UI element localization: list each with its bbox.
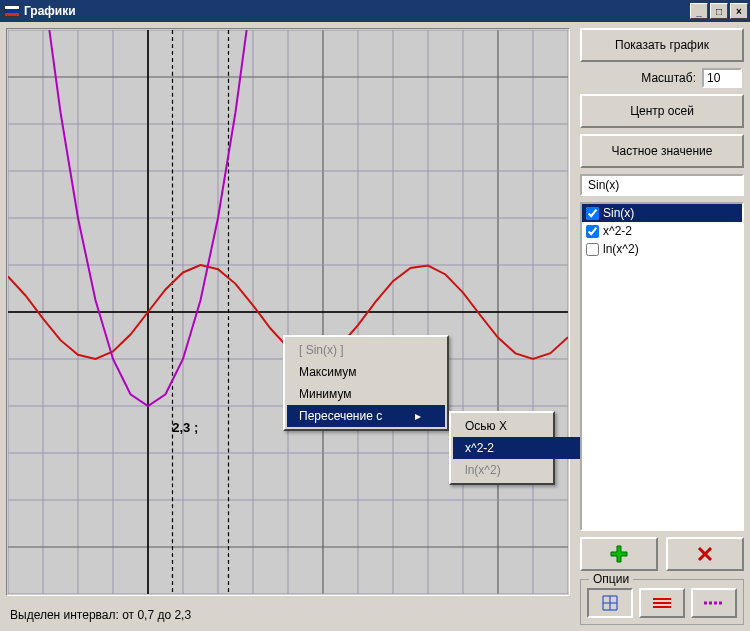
menu-item[interactable]: Пересечение с▸ bbox=[287, 405, 445, 427]
list-item-label: Sin(x) bbox=[603, 206, 634, 220]
menu-item[interactable]: Минимум bbox=[287, 383, 445, 405]
menu-item: [ Sin(x) ] bbox=[287, 339, 445, 361]
minimize-button[interactable]: _ bbox=[690, 3, 708, 19]
function-input-wrap bbox=[580, 174, 744, 196]
delete-function-button[interactable] bbox=[666, 537, 744, 571]
list-item[interactable]: Sin(x) bbox=[582, 204, 742, 222]
list-item-label: x^2-2 bbox=[603, 224, 632, 238]
plot-canvas[interactable] bbox=[8, 30, 568, 594]
plus-icon bbox=[610, 545, 628, 563]
scale-input[interactable] bbox=[702, 68, 742, 88]
function-list[interactable]: Sin(x)x^2-2ln(x^2) bbox=[580, 202, 744, 531]
list-item-checkbox[interactable] bbox=[586, 225, 599, 238]
option-grid-button[interactable] bbox=[587, 588, 633, 618]
show-graph-button[interactable]: Показать график bbox=[580, 28, 744, 62]
maximize-button[interactable]: □ bbox=[710, 3, 728, 19]
dash-icon bbox=[703, 598, 725, 608]
list-item-label: ln(x^2) bbox=[603, 242, 639, 256]
context-menu[interactable]: [ Sin(x) ]МаксимумМинимумПересечение с▸ bbox=[283, 335, 449, 431]
list-item-checkbox[interactable] bbox=[586, 243, 599, 256]
status-text: Выделен интервал: от 0,7 до 2,3 bbox=[10, 608, 191, 622]
grid-icon bbox=[601, 594, 619, 612]
close-button[interactable]: × bbox=[730, 3, 748, 19]
x-icon bbox=[697, 546, 713, 562]
options-group: Опции bbox=[580, 579, 744, 625]
center-axes-button[interactable]: Центр осей bbox=[580, 94, 744, 128]
list-item[interactable]: x^2-2 bbox=[582, 222, 742, 240]
list-item-checkbox[interactable] bbox=[586, 207, 599, 220]
flag-icon bbox=[4, 5, 20, 17]
window-title: Графики bbox=[24, 4, 690, 18]
option-dash-button[interactable] bbox=[691, 588, 737, 618]
options-legend: Опции bbox=[589, 572, 633, 586]
plot-panel[interactable]: 2,3 ; [ Sin(x) ]МаксимумМинимумПересечен… bbox=[6, 28, 570, 596]
lines-icon bbox=[652, 596, 672, 610]
menu-item[interactable]: Осью X bbox=[453, 415, 593, 437]
statusbar: Выделен интервал: от 0,7 до 2,3 bbox=[6, 605, 570, 625]
client-area: 2,3 ; [ Sin(x) ]МаксимумМинимумПересечен… bbox=[0, 22, 750, 631]
side-panel: Показать график Масштаб: Центр осей Част… bbox=[580, 28, 744, 625]
option-lines-button[interactable] bbox=[639, 588, 685, 618]
menu-item[interactable]: Максимум bbox=[287, 361, 445, 383]
scale-row: Масштаб: bbox=[580, 68, 744, 88]
function-input[interactable] bbox=[586, 177, 738, 193]
cursor-coord-label: 2,3 ; bbox=[172, 420, 198, 435]
menu-item: ln(x^2) bbox=[453, 459, 593, 481]
private-value-button[interactable]: Частное значение bbox=[580, 134, 744, 168]
context-submenu[interactable]: Осью Xx^2-2ln(x^2) bbox=[449, 411, 555, 485]
titlebar: Графики _ □ × bbox=[0, 0, 750, 22]
menu-item[interactable]: x^2-2 bbox=[453, 437, 593, 459]
scale-label: Масштаб: bbox=[641, 71, 696, 85]
add-function-button[interactable] bbox=[580, 537, 658, 571]
list-item[interactable]: ln(x^2) bbox=[582, 240, 742, 258]
